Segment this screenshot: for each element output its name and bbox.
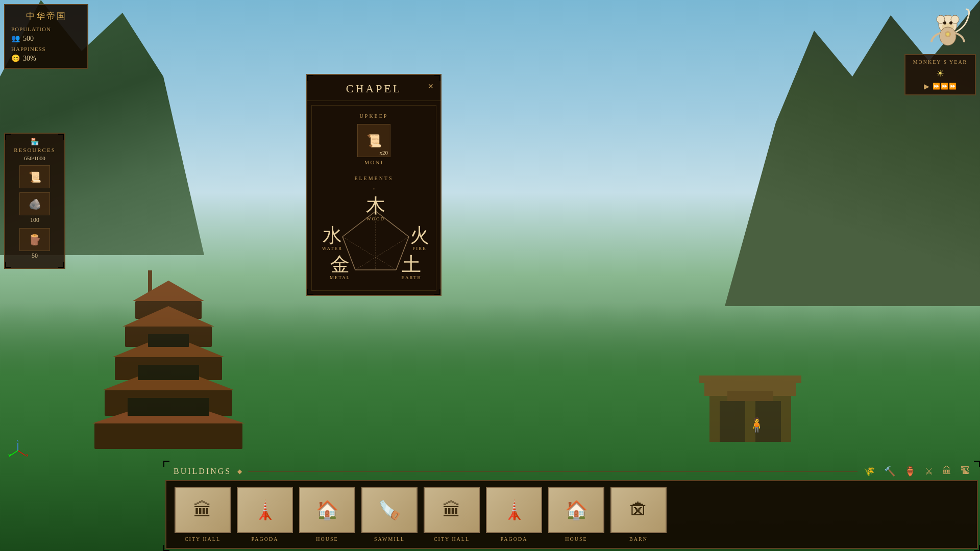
building-house-1-name: HOUSE	[316, 536, 338, 542]
header-line	[248, 471, 857, 472]
buildings-header: BUILDINGS ◆ 🌾 🔨 🏺 ⚔ 🏛 🏗	[163, 461, 980, 480]
svg-rect-19	[727, 391, 773, 401]
year-panel: MONKEY'S YEAR ☀ ▶ ⏩⏩⏩	[904, 54, 976, 95]
happiness-row: HAPPINESS	[11, 46, 81, 52]
earth-char: 土	[402, 255, 422, 274]
element-metal: 金 METAL	[330, 255, 350, 280]
elements-section: ELEMENTS •	[320, 176, 428, 283]
chapel-title: CHAPEL	[346, 82, 402, 95]
building-city-hall-1-icon: 🏛	[193, 499, 212, 521]
svg-point-36	[946, 33, 949, 36]
building-sawmill-thumb: 🪚	[361, 487, 418, 533]
building-house-1-icon: 🏠	[316, 499, 339, 521]
svg-rect-17	[720, 401, 745, 442]
buildings-diamond: ◆	[237, 468, 242, 475]
svg-point-33	[949, 21, 952, 24]
population-value: 500	[23, 35, 34, 43]
svg-line-25	[342, 237, 396, 270]
chapel-content: UPKEEP 📜 x20 MONI ELEMENTS •	[311, 105, 436, 291]
filter-tools-icon[interactable]: 🔨	[884, 466, 895, 477]
building-house-2-icon: 🏠	[565, 499, 588, 521]
year-title: MONKEY'S YEAR	[913, 59, 968, 65]
building-house-2-name: HOUSE	[565, 536, 587, 542]
upkeep-section: UPKEEP 📜 x20 MONI	[320, 113, 428, 165]
svg-rect-16	[699, 375, 801, 383]
building-pagoda-1-name: PAGODA	[252, 536, 279, 542]
speed-controls: ▶ ⏩⏩⏩	[913, 82, 968, 90]
resource-wood-icon: 🪵	[19, 228, 50, 251]
monkey-icon	[920, 4, 976, 50]
background-buildings	[699, 370, 801, 449]
svg-text:X: X	[26, 454, 28, 458]
svg-line-26	[355, 237, 409, 270]
filter-civic-icon[interactable]: 🏛	[942, 466, 951, 477]
building-city-hall-2-thumb: 🏛	[424, 487, 480, 533]
population-label: POPULATION	[11, 26, 51, 32]
moni-label: MONI	[320, 159, 428, 165]
happiness-label: HAPPINESS	[11, 46, 46, 52]
building-barn-thumb: 🏚	[610, 487, 667, 533]
filter-craft-icon[interactable]: 🏺	[904, 466, 916, 477]
building-city-hall-2[interactable]: 🏛 CITY HALL	[424, 487, 480, 542]
chapel-header: CHAPEL ×	[307, 75, 440, 101]
fire-label: FIRE	[410, 246, 429, 251]
moni-icon: 📜 x20	[357, 124, 390, 157]
metal-char: 金	[330, 255, 350, 274]
axis-indicator: X Y Z	[8, 440, 28, 462]
filter-religious-icon[interactable]: 🏗	[961, 466, 970, 477]
svg-text:Z: Z	[16, 440, 19, 443]
building-house-1[interactable]: 🏠 HOUSE	[299, 487, 355, 542]
buildings-bar: BUILDINGS ◆ 🌾 🔨 🏺 ⚔ 🏛 🏗 🏛 CITY HALL	[163, 461, 980, 551]
resources-panel: 🏪 RESOURCES 650/1000 📜 🪨 100 🪵 50	[4, 133, 65, 269]
svg-point-32	[943, 21, 946, 24]
svg-rect-10	[94, 423, 242, 449]
building-house-2-thumb: 🏠	[548, 487, 604, 533]
stat-panel: 中华帝国 POPULATION 👥 500 HAPPINESS 😊 30%	[4, 4, 88, 69]
character-figure: 🧍	[748, 417, 766, 434]
buildings-grid: 🏛 CITY HALL 🗼 PAGODA 🏠 HOUSE	[175, 487, 969, 542]
filter-military-icon[interactable]: ⚔	[925, 466, 933, 477]
svg-rect-13	[128, 398, 209, 416]
building-pagoda-1[interactable]: 🗼 PAGODA	[237, 487, 293, 542]
resource-scroll: 📜	[9, 165, 60, 188]
upkeep-label: UPKEEP	[320, 113, 428, 119]
buildings-content: 🏛 CITY HALL 🗼 PAGODA 🏠 HOUSE	[165, 480, 978, 549]
resource-stone-icon: 🪨	[19, 192, 50, 215]
svg-line-38	[10, 450, 18, 456]
element-earth: 土 EARTH	[402, 255, 422, 280]
building-pagoda-1-icon: 🗼	[254, 499, 277, 521]
resource-stone: 🪨 100	[9, 192, 60, 224]
building-city-hall-2-name: CITY HALL	[434, 536, 470, 542]
building-city-hall-1[interactable]: 🏛 CITY HALL	[175, 487, 231, 542]
building-city-hall-1-name: CITY HALL	[185, 536, 220, 542]
sun-icon: ☀	[936, 68, 944, 79]
element-water: 水 WATER	[322, 226, 342, 251]
building-barn-name: BARN	[629, 536, 648, 542]
resources-label: RESOURCES	[9, 147, 60, 153]
building-sawmill[interactable]: 🪚 SAWMILL	[361, 487, 418, 542]
building-pagoda-2-name: PAGODA	[501, 536, 528, 542]
building-sawmill-name: SAWMILL	[374, 536, 405, 542]
building-house-2[interactable]: 🏠 HOUSE	[548, 487, 604, 542]
building-barn[interactable]: 🏚 BARN	[610, 487, 667, 542]
empire-title: 中华帝国	[11, 10, 81, 22]
chapel-modal: CHAPEL × UPKEEP 📜 x20 MONI ELEMENTS •	[306, 74, 442, 296]
buildings-title: BUILDINGS	[174, 467, 231, 476]
population-row: POPULATION	[11, 26, 81, 32]
chapel-close-button[interactable]: ×	[428, 81, 433, 92]
building-pagoda-2[interactable]: 🗼 PAGODA	[486, 487, 542, 542]
filter-food-icon[interactable]: 🌾	[864, 466, 875, 477]
resources-icon: 🏪	[31, 138, 39, 146]
element-wood: 木 WOOD	[366, 196, 385, 221]
happiness-icon: 😊	[11, 54, 20, 63]
play-button[interactable]: ▶	[924, 82, 929, 90]
population-icon: 👥	[11, 34, 20, 43]
building-city-hall-1-thumb: 🏛	[175, 487, 231, 533]
resource-stone-count: 100	[30, 216, 39, 224]
metal-label: METAL	[330, 275, 350, 280]
happiness-value: 30%	[23, 55, 36, 63]
wood-label: WOOD	[366, 216, 385, 221]
resources-count: 650/1000	[9, 155, 60, 161]
right-panel: MONKEY'S YEAR ☀ ▶ ⏩⏩⏩	[904, 4, 976, 95]
moni-count: x20	[380, 149, 388, 156]
